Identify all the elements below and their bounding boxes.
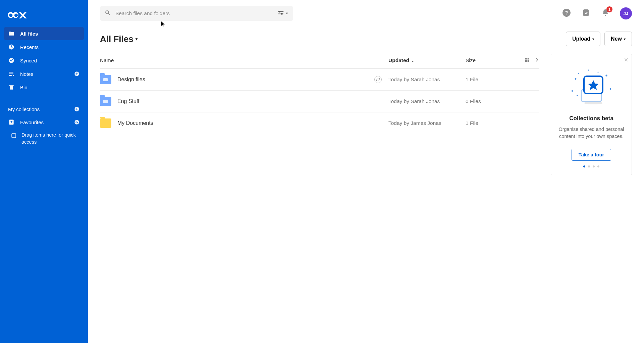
sidebar: All files Recents Synced Notes Bin My co… (0, 0, 88, 343)
svg-point-1 (9, 58, 14, 63)
new-label: New (611, 36, 622, 42)
close-icon[interactable]: ✕ (624, 57, 628, 63)
search-input[interactable] (115, 10, 273, 16)
dot[interactable] (588, 165, 590, 167)
svg-rect-14 (528, 58, 529, 59)
sidebar-item-label: Notes (20, 71, 33, 77)
table-row[interactable]: Eng Stuff Today by Sarah Jonas 0 Files (100, 91, 539, 112)
notification-badge: 1 (606, 6, 612, 12)
svg-point-8 (279, 11, 280, 12)
help-button[interactable]: ? (561, 8, 572, 18)
sidebar-item-all-files[interactable]: All files (4, 27, 84, 40)
dot[interactable] (593, 165, 595, 167)
dot[interactable] (583, 165, 585, 167)
cell-name: Eng Stuff (100, 97, 388, 106)
svg-rect-13 (525, 58, 527, 59)
sliders-icon (277, 10, 284, 16)
promo-title: Collections beta (557, 115, 626, 122)
upload-button[interactable]: Upload ▾ (566, 32, 600, 46)
cell-updated: Today by Sarah Jonas (388, 77, 466, 83)
avatar-initials: JJ (624, 11, 628, 16)
caret-down-icon: ▾ (136, 37, 138, 41)
column-header-name[interactable]: Name (100, 57, 388, 63)
search-icon (105, 10, 111, 17)
main-content: ▼ ? 1 JJ All Files ▾ Upload (88, 0, 644, 343)
chevron-right-icon[interactable] (535, 57, 539, 63)
tasks-button[interactable] (581, 8, 591, 18)
dot[interactable] (597, 165, 599, 167)
svg-point-17 (578, 73, 579, 74)
cell-updated: Today by Sarah Jonas (388, 98, 466, 104)
grid-view-icon[interactable] (525, 57, 530, 64)
folder-icon (8, 30, 15, 37)
search-options-button[interactable]: ▼ (277, 10, 288, 16)
svg-rect-12 (583, 9, 589, 16)
caret-down-icon: ▼ (285, 12, 288, 15)
sidebar-item-notes[interactable]: Notes (4, 67, 84, 81)
cell-name: My Documents (100, 118, 388, 128)
folder-icon (100, 118, 111, 128)
top-icon-group: ? 1 JJ (561, 7, 632, 19)
sidebar-item-synced[interactable]: Synced (4, 54, 84, 67)
sidebar-item-label: All files (20, 31, 38, 37)
page-title: All Files (100, 34, 133, 44)
chevron-up-circle-icon[interactable] (74, 119, 80, 125)
promo-body: Organise shared and personal content int… (557, 126, 626, 140)
star-bookmark-icon (8, 119, 15, 126)
caret-down-icon: ▾ (624, 37, 626, 41)
view-options (519, 57, 539, 64)
sidebar-item-recents[interactable]: Recents (4, 40, 84, 54)
column-header-size[interactable]: Size (466, 57, 519, 63)
shared-link-icon[interactable] (374, 76, 382, 83)
file-table: Name Updated ⌄ Size Design files (100, 54, 539, 134)
sidebar-item-favourites[interactable]: Favourites (4, 115, 84, 129)
svg-text:?: ? (565, 10, 568, 15)
check-circle-icon (8, 57, 15, 64)
svg-point-19 (577, 95, 578, 96)
shared-folder-icon (100, 75, 111, 84)
sidebar-item-label: Recents (20, 44, 39, 50)
sidebar-section-collections[interactable]: My collections (4, 103, 84, 115)
clipboard-check-icon (582, 8, 590, 18)
svg-rect-15 (525, 60, 527, 62)
favourites-drop-label: Drag items here for quick access (21, 132, 80, 146)
search-bar[interactable]: ▼ (100, 6, 293, 21)
avatar[interactable]: JJ (620, 7, 632, 19)
notifications-button[interactable]: 1 (600, 8, 610, 18)
caret-down-icon: ▾ (592, 37, 594, 41)
shared-folder-icon (100, 97, 111, 106)
cell-size: 0 Files (466, 98, 539, 104)
promo-cta-button[interactable]: Take a tour (572, 149, 611, 161)
column-header-updated[interactable]: Updated ⌄ (388, 57, 466, 63)
file-name[interactable]: Eng Stuff (117, 98, 140, 104)
column-label: Updated (388, 57, 409, 63)
question-circle-icon: ? (562, 8, 571, 18)
cell-size: 1 File (466, 120, 539, 126)
sidebar-item-label: Bin (20, 85, 28, 90)
page-header: All Files ▾ Upload ▾ New ▾ (100, 32, 632, 46)
table-row[interactable]: My Documents Today by James Jonas 1 File (100, 112, 539, 134)
sidebar-item-bin[interactable]: Bin (4, 81, 84, 94)
clock-icon (8, 44, 15, 50)
placeholder-square-icon (11, 133, 17, 139)
cell-name: Design files (100, 75, 388, 84)
file-name[interactable]: My Documents (117, 120, 153, 126)
upload-label: Upload (572, 36, 590, 42)
file-name[interactable]: Design files (117, 77, 145, 83)
new-button[interactable]: New ▾ (604, 32, 632, 46)
page-title-dropdown[interactable]: All Files ▾ (100, 34, 138, 44)
cell-size: 1 File (466, 77, 539, 83)
topbar: ▼ ? 1 JJ (100, 6, 632, 21)
plus-circle-icon[interactable] (74, 106, 80, 112)
favourites-drop-zone[interactable]: Drag items here for quick access (4, 129, 84, 148)
svg-point-9 (281, 13, 282, 14)
promo-illustration (557, 62, 626, 109)
cell-updated: Today by James Jonas (388, 120, 466, 126)
box-logo[interactable] (6, 7, 84, 21)
carousel-dots[interactable] (557, 165, 626, 167)
sidebar-item-label: Favourites (20, 119, 44, 125)
table-row[interactable]: Design files Today by Sarah Jonas 1 File (100, 69, 539, 91)
sidebar-item-label: Synced (20, 58, 37, 63)
svg-point-22 (584, 102, 603, 104)
plus-circle-icon[interactable] (74, 71, 80, 77)
